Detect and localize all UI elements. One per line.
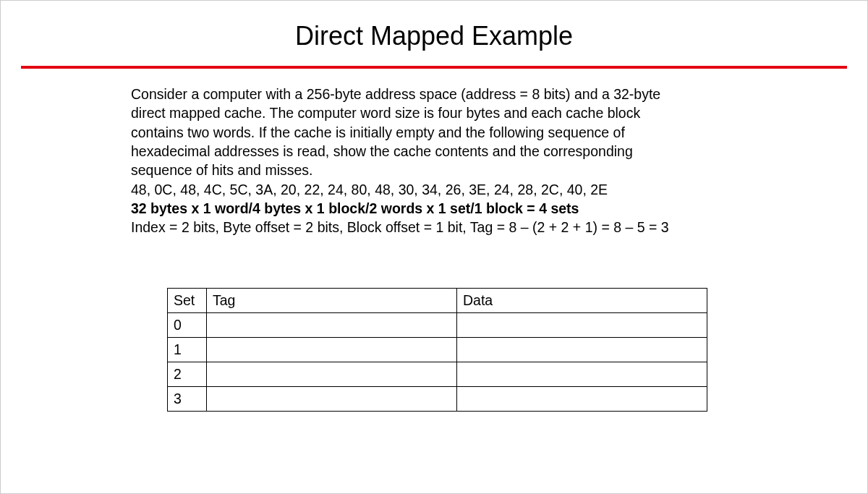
cell-tag xyxy=(207,337,457,362)
cell-tag xyxy=(207,386,457,411)
body-line: contains two words. If the cache is init… xyxy=(131,123,737,142)
cell-data xyxy=(457,362,707,386)
table-row: 0 xyxy=(168,312,707,337)
cache-table: Set Tag Data 0 1 2 xyxy=(167,288,707,412)
cell-data xyxy=(457,337,707,362)
body-line: 48, 0C, 48, 4C, 5C, 3A, 20, 22, 24, 80, … xyxy=(131,180,737,199)
body-line: direct mapped cache. The computer word s… xyxy=(131,103,737,122)
body-line: sequence of hits and misses. xyxy=(131,161,737,179)
table-row: 1 xyxy=(168,337,707,362)
body-line-bold: 32 bytes x 1 word/4 bytes x 1 block/2 wo… xyxy=(131,199,737,218)
body-line: Index = 2 bits, Byte offset = 2 bits, Bl… xyxy=(131,218,737,237)
slide-title: Direct Mapped Example xyxy=(1,21,867,51)
table-row: 2 xyxy=(168,362,707,386)
cell-tag xyxy=(207,312,457,337)
cell-data xyxy=(457,386,707,411)
divider xyxy=(21,66,847,69)
body-line: hexadecimal addresses is read, show the … xyxy=(131,142,737,161)
cell-set: 1 xyxy=(168,337,207,362)
col-set: Set xyxy=(168,288,207,312)
cell-set: 2 xyxy=(168,362,207,386)
body-line: Consider a computer with a 256-byte addr… xyxy=(131,85,737,103)
table-header-row: Set Tag Data xyxy=(168,288,707,312)
slide: Direct Mapped Example Consider a compute… xyxy=(1,1,867,493)
cell-set: 0 xyxy=(168,312,207,337)
table-row: 3 xyxy=(168,386,707,411)
body-text: Consider a computer with a 256-byte addr… xyxy=(131,85,737,237)
cache-table-wrap: Set Tag Data 0 1 2 xyxy=(167,288,867,412)
col-data: Data xyxy=(457,288,707,312)
cell-set: 3 xyxy=(168,386,207,411)
cell-data xyxy=(457,312,707,337)
cell-tag xyxy=(207,362,457,386)
col-tag: Tag xyxy=(207,288,457,312)
